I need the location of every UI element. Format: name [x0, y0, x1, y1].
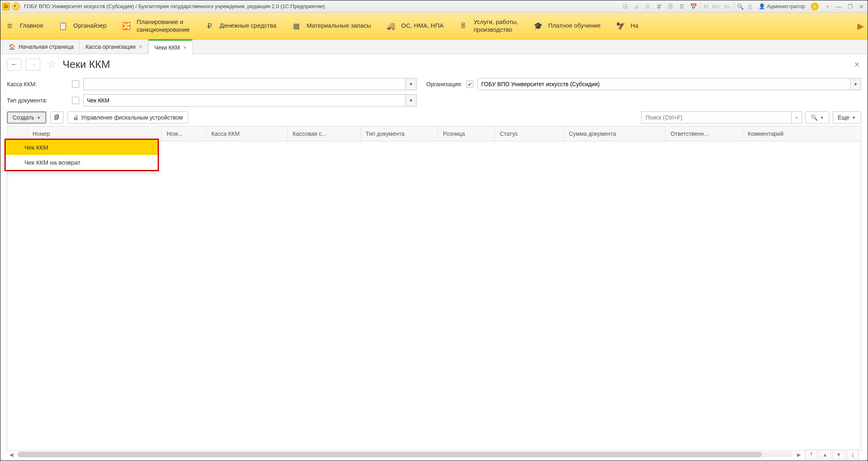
copy-doc-button[interactable]: 🗐	[50, 111, 63, 124]
table-body[interactable]	[7, 141, 861, 450]
m-plus-icon[interactable]: M+	[712, 2, 720, 11]
document-tabs: 🏠 Начальная страница Касса организации ×…	[0, 39, 868, 54]
create-menu-item-return[interactable]: Чек ККМ на возврат	[6, 155, 158, 170]
info-icon[interactable]: i	[811, 2, 819, 11]
list-bottom-button[interactable]: ⤓	[846, 450, 859, 459]
panel-icon[interactable]: ▯	[746, 2, 755, 11]
list-toolbar: Создать ▼ 🗐 🖨 Управление фискальным устр…	[7, 111, 861, 124]
close-window-icon[interactable]: ✕	[857, 2, 866, 11]
tab-label: Чеки ККМ	[154, 44, 180, 51]
list-up-button[interactable]: ▲	[819, 450, 831, 459]
print-icon[interactable]: 🖨	[632, 2, 641, 11]
planning-icon: 🔀	[121, 21, 132, 31]
th-kassa[interactable]: Касса ККМ	[206, 126, 288, 141]
m-icon[interactable]: M	[700, 2, 709, 11]
tab-kassa-org[interactable]: Касса организации ×	[80, 39, 148, 54]
minimize-icon[interactable]: —	[834, 2, 843, 11]
horizontal-scrollbar[interactable]	[17, 452, 793, 457]
th-doctype[interactable]: Тип документа	[361, 126, 438, 141]
app-logo-1c: 1c	[2, 2, 10, 11]
doctype-combo-dropdown-icon[interactable]: ▼	[406, 94, 417, 107]
maximize-icon[interactable]: ❐	[846, 2, 855, 11]
tab-cheki-kkm[interactable]: Чеки ККМ ×	[148, 39, 193, 54]
search-input[interactable]	[641, 111, 792, 124]
copy-icon[interactable]: 🗐	[666, 2, 675, 11]
back-button[interactable]: ←	[7, 59, 22, 71]
th-sum[interactable]: Сумма документа	[564, 126, 666, 141]
create-menu-item-check[interactable]: Чек ККМ	[6, 140, 158, 155]
nav-main[interactable]: ≡ Главное	[4, 21, 43, 31]
scroll-right-icon[interactable]: ▶	[797, 452, 801, 458]
nav-label: ОС, НМА, НПА	[401, 22, 443, 30]
preview-icon[interactable]: 🗎	[643, 2, 652, 11]
nav-organizer[interactable]: 📋 Органайзер	[58, 21, 106, 31]
org-checkbox[interactable]: ✔	[466, 80, 473, 88]
app-menu-dropdown[interactable]	[12, 2, 20, 11]
nav-label: Органайзер	[73, 22, 106, 30]
nav-scroll-right-icon[interactable]: ▶	[857, 21, 864, 31]
org-label: Организация:	[426, 81, 462, 87]
boxes-icon: ▦	[291, 21, 302, 31]
chevron-down-icon: ▼	[852, 115, 856, 120]
nav-label: Денежные средства	[220, 22, 277, 30]
nav-planning[interactable]: 🔀 Планирование и санкционирование	[121, 18, 190, 34]
scroll-left-icon[interactable]: ◀	[9, 452, 13, 458]
th-status[interactable]: Статус	[495, 126, 564, 141]
doctype-combo-input[interactable]	[83, 94, 406, 107]
forward-button[interactable]: →	[26, 59, 40, 71]
printer-icon: 🖨	[73, 114, 78, 121]
advanced-search-button[interactable]: 🔍 ▼	[805, 111, 829, 124]
nav-services[interactable]: 🎚 Услуги, работы, производство	[458, 18, 518, 34]
doctype-label: Тип документа:	[7, 97, 68, 104]
favorite-star-icon[interactable]: ☆	[47, 58, 56, 71]
nav-label: Услуги, работы, производство	[473, 18, 518, 34]
tab-close-icon[interactable]: ×	[139, 43, 142, 50]
current-user[interactable]: 👤 Администратор	[757, 3, 807, 9]
compare-icon[interactable]: ⇵	[655, 2, 664, 11]
m-minus-icon[interactable]: M-	[723, 2, 732, 11]
doctype-checkbox[interactable]	[72, 97, 79, 104]
info-dropdown-icon[interactable]: ▾	[823, 2, 832, 11]
nav-materials[interactable]: ▦ Материальные запасы	[291, 21, 371, 31]
calculator-icon[interactable]: 🗓	[677, 2, 686, 11]
tab-label: Начальная страница	[19, 43, 74, 50]
close-page-icon[interactable]: ×	[853, 59, 861, 70]
nav-tax[interactable]: 🦅 На	[615, 21, 638, 31]
tab-home[interactable]: 🏠 Начальная страница	[3, 39, 80, 54]
scrollbar-thumb[interactable]	[17, 452, 762, 457]
nav-money[interactable]: ₽ Денежные средства	[204, 21, 277, 31]
create-button-label: Создать	[13, 114, 34, 121]
list-down-button[interactable]: ▼	[833, 450, 845, 459]
search-clear-icon[interactable]: ×	[792, 111, 802, 124]
tab-close-icon[interactable]: ×	[183, 44, 187, 51]
nav-label: Планирование и санкционирование	[137, 18, 190, 34]
fiscal-device-button[interactable]: 🖨 Управление фискальным устройством	[67, 111, 188, 124]
th-responsible[interactable]: Ответственн...	[666, 126, 743, 141]
tab-label: Касса организации	[85, 43, 135, 50]
th-retail[interactable]: Розница	[438, 126, 495, 141]
th-nom[interactable]: Ном...	[162, 126, 206, 141]
footer-scroll: ◀ ▶ ⤒ ▲ ▼ ⤓	[7, 451, 861, 461]
more-button-label: Еще	[838, 114, 850, 121]
window-title: ГОБУ ВПО Университет искусств (Субсидия)…	[24, 3, 325, 9]
search-box: ×	[641, 111, 802, 124]
calendar-icon[interactable]: 📅	[689, 2, 698, 11]
kassa-checkbox[interactable]	[72, 80, 79, 88]
clipboard-icon: 📋	[58, 21, 68, 31]
th-smena[interactable]: Кассовая с...	[288, 126, 361, 141]
save-icon[interactable]: 🖫	[621, 2, 629, 11]
kassa-combo-dropdown-icon[interactable]: ▼	[406, 78, 417, 90]
nav-paid-education[interactable]: 🎓 Платное обучение	[533, 21, 601, 31]
th-comment[interactable]: Комментарий	[743, 126, 861, 141]
zoom-in-icon[interactable]: 🔍	[734, 2, 743, 11]
nav-label: На	[631, 22, 638, 30]
org-combo-dropdown-icon[interactable]: ▼	[851, 78, 861, 90]
nav-assets[interactable]: 🚚 ОС, НМА, НПА	[386, 21, 443, 31]
create-dropdown-menu: Чек ККМ Чек ККМ на возврат	[4, 139, 159, 171]
list-top-button[interactable]: ⤒	[805, 450, 817, 459]
create-button[interactable]: Создать ▼	[7, 111, 46, 124]
org-combo-input[interactable]	[477, 78, 851, 90]
kassa-combo-input[interactable]	[83, 78, 406, 90]
nav-label: Материальные запасы	[306, 22, 371, 30]
more-button[interactable]: Еще ▼	[833, 111, 861, 124]
